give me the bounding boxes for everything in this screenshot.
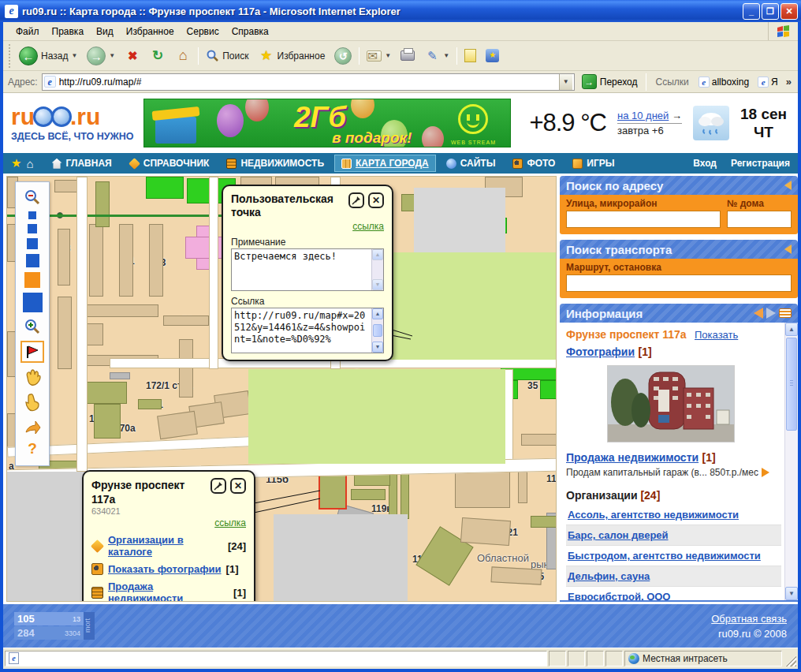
link-button-allboxing[interactable]: e allboxing [696, 76, 751, 88]
collapse-icon[interactable] [784, 181, 792, 190]
ad-banner[interactable]: 2Гб в подарок! WEB STREAM [143, 99, 511, 147]
menu-item[interactable]: Сервис [181, 24, 225, 39]
city-map[interactable]: RU09.RURU09.RU119/5119/5 стр5119/5 стр21… [6, 176, 557, 602]
popup-item-link[interactable]: Организации в каталоге [108, 534, 223, 558]
url-textarea[interactable]: http://ru09.ru/map#x=20512&y=14461&z=4&s… [231, 308, 384, 353]
show-on-map-link[interactable]: Показать [695, 329, 738, 341]
collapse-icon[interactable] [784, 245, 792, 254]
forward-dropdown-icon[interactable]: ▼ [109, 52, 115, 59]
close-button[interactable]: ✕ [781, 3, 798, 20]
notes-button[interactable] [460, 47, 480, 65]
scroll-thumb[interactable] [786, 338, 797, 431]
info-scrollbar[interactable]: ▲ ▼ [784, 323, 798, 600]
scroll-up-icon[interactable]: ▲ [372, 249, 383, 260]
nav-tab[interactable]: САЙТЫ [439, 155, 503, 172]
login-link[interactable]: Вход [693, 158, 717, 169]
menu-item[interactable]: Вид [90, 24, 120, 39]
note-text[interactable]: Встречаемся здесь! [232, 249, 371, 290]
nav-tab[interactable]: ИГРЫ [565, 155, 621, 172]
photos-link[interactable]: Фотографии [566, 345, 635, 358]
url-scrollbar[interactable]: ▲ ▼ [371, 308, 383, 353]
zoom-level-square[interactable] [24, 272, 40, 288]
menu-item[interactable]: Избранное [120, 24, 181, 39]
nav-tab[interactable]: ФОТО [505, 155, 562, 172]
go-button[interactable]: → Переход [579, 73, 641, 90]
pin-icon[interactable] [348, 192, 364, 208]
nav-tab[interactable]: НЕДВИЖИМОСТЬ [219, 155, 331, 172]
scroll-down-icon[interactable]: ▼ [372, 279, 383, 290]
list-view-icon[interactable] [779, 308, 792, 318]
history-forward-icon[interactable] [766, 308, 776, 319]
history-button[interactable]: ↺ [330, 45, 356, 67]
minimize-button[interactable]: _ [743, 3, 760, 20]
panel-header[interactable]: Поиск транспорта [560, 240, 798, 259]
popup-item-link[interactable]: Продажа недвижимости [108, 581, 229, 602]
address-field[interactable]: e http://ru09.ru/map/# ▼ [42, 73, 575, 91]
help-icon[interactable]: ? [28, 440, 37, 457]
messenger-button[interactable]: ★ [482, 47, 503, 65]
zoom-in-icon[interactable] [24, 318, 41, 335]
scroll-up-icon[interactable]: ▲ [785, 323, 798, 336]
close-icon[interactable]: ✕ [368, 192, 384, 208]
nav-home-icon[interactable]: ⌂ [26, 157, 33, 170]
zoom-level-square[interactable] [23, 293, 43, 312]
scroll-up-icon[interactable]: ▲ [372, 308, 383, 319]
menu-item[interactable]: Справка [225, 24, 275, 39]
address-url[interactable]: http://ru09.ru/map/# [59, 77, 556, 88]
org-link[interactable]: Ассоль, агентство недвижимости [566, 505, 781, 525]
realty-item[interactable]: Продам капитальный гараж (в... 850т.р./м… [566, 467, 781, 478]
address-dropdown-icon[interactable]: ▼ [559, 74, 572, 90]
scroll-thumb[interactable] [373, 324, 382, 337]
route-input[interactable] [566, 274, 792, 292]
nav-tab[interactable]: СПРАВОЧНИК [122, 155, 217, 172]
back-button[interactable]: ← Назад ▼ [15, 44, 81, 68]
street-input[interactable] [566, 211, 721, 228]
history-back-icon[interactable] [754, 308, 763, 319]
menu-item[interactable]: Правка [46, 24, 91, 39]
nav-tab[interactable]: ГЛАВНАЯ [45, 155, 119, 172]
scroll-track[interactable] [785, 432, 798, 587]
org-link[interactable]: Барс, салон дверей [566, 525, 781, 546]
org-link[interactable]: Евросибстрой, ООО [566, 587, 781, 602]
forward-button[interactable]: → ▼ [83, 44, 119, 68]
stop-button[interactable]: ✖ [121, 46, 144, 66]
toolbar-grip[interactable] [9, 44, 11, 68]
zoom-level-square[interactable] [26, 254, 39, 267]
nav-star-icon[interactable]: ★ [11, 156, 21, 170]
link-button-ya[interactable]: e Я [755, 76, 781, 88]
note-scrollbar[interactable]: ▲ ▼ [371, 249, 383, 290]
flag-tool-button[interactable] [20, 341, 44, 363]
realty-link[interactable]: Продажа недвижимости [566, 451, 699, 464]
mail-button[interactable]: ✉ ▼ [363, 48, 395, 64]
toolbar-overflow-chevron[interactable]: » [784, 76, 793, 88]
note-textarea[interactable]: Встречаемся здесь! ▲ ▼ [231, 248, 384, 291]
mail-dropdown-icon[interactable]: ▼ [385, 52, 391, 59]
home-button[interactable]: ⌂ [171, 46, 195, 66]
popup-permalink[interactable]: ссылка [91, 517, 246, 528]
panel-header[interactable]: Информация [560, 304, 798, 323]
popup-permalink[interactable]: ссылка [231, 221, 384, 232]
scroll-down-icon[interactable]: ▼ [785, 587, 798, 600]
popup-item-link[interactable]: Показать фотографии [108, 563, 222, 575]
pointer-hand-icon[interactable] [24, 393, 41, 412]
site-logo[interactable]: ru .ru ЗДЕСЬ ВСЁ, ЧТО НУЖНО [3, 105, 139, 142]
nav-tab[interactable]: КАРТА ГОРОДА [334, 155, 436, 172]
favorites-button[interactable]: ★ Избранное [255, 46, 330, 66]
more-arrow-icon[interactable] [762, 468, 769, 477]
forecast-link[interactable]: на 10 дней [617, 110, 669, 121]
url-text[interactable]: http://ru09.ru/map#x=20512&y=14461&z=4&s… [232, 308, 371, 353]
org-link[interactable]: Быстродом, агентство недвижимости [566, 546, 781, 566]
scroll-down-icon[interactable]: ▼ [372, 342, 383, 353]
back-dropdown-icon[interactable]: ▼ [71, 52, 77, 59]
panel-header[interactable]: Поиск по адресу [560, 176, 798, 195]
pin-icon[interactable] [210, 478, 226, 494]
refresh-button[interactable]: ↻ [146, 46, 170, 66]
maximize-button[interactable]: ❐ [762, 3, 779, 20]
edit-dropdown-icon[interactable]: ▼ [443, 52, 449, 59]
link-arrow-icon[interactable] [24, 417, 41, 435]
search-button[interactable]: Поиск [202, 47, 252, 65]
resize-grip[interactable] [785, 655, 796, 666]
print-button[interactable] [397, 48, 419, 63]
zoom-level-square[interactable] [28, 224, 37, 233]
hit-counter[interactable]: 105 13 284 3304 mort [14, 612, 95, 640]
